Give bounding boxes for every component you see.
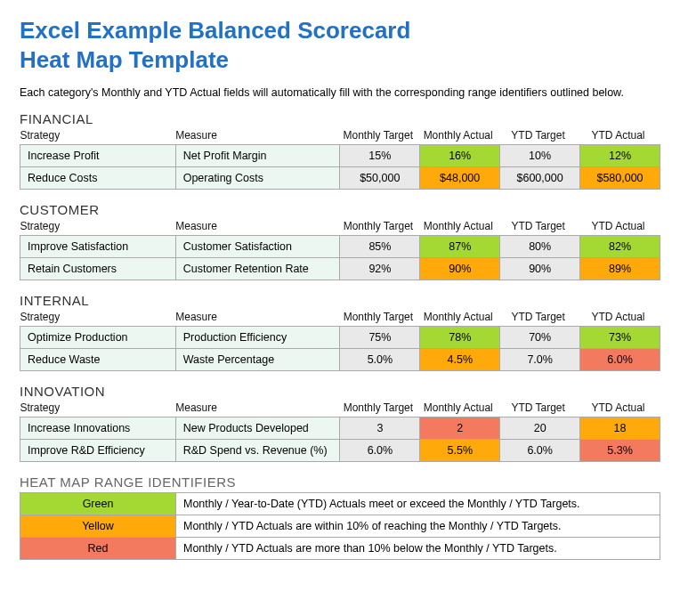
scorecard-table: Strategy Measure Monthly Target Monthly … [20, 127, 660, 190]
cell-monthly-actual: $48,000 [420, 167, 500, 190]
cell-monthly-target: 75% [340, 327, 420, 349]
col-ytd-actual: YTD Actual [580, 309, 660, 327]
legend-desc: Monthly / YTD Actuals are within 10% of … [176, 515, 660, 538]
col-strategy: Strategy [20, 218, 176, 236]
cell-monthly-target: 85% [340, 236, 420, 258]
cell-monthly-target: $50,000 [340, 167, 420, 190]
cell-monthly-target: 15% [340, 145, 420, 167]
cell-strategy: Increase Profit [20, 145, 176, 167]
cell-monthly-target: 6.0% [340, 440, 420, 462]
cell-ytd-target: 10% [500, 145, 580, 167]
cell-monthly-actual: 5.5% [420, 440, 500, 462]
col-ytd-target: YTD Target [500, 400, 580, 417]
section-title: INNOVATION [20, 384, 660, 399]
legend-desc: Monthly / YTD Actuals are more than 10% … [176, 538, 660, 560]
cell-strategy: Retain Customers [20, 258, 176, 280]
cell-measure: Production Efficiency [175, 327, 340, 349]
cell-measure: New Products Developed [175, 417, 340, 440]
cell-ytd-target: 20 [500, 417, 580, 440]
cell-ytd-actual: 82% [580, 236, 660, 258]
col-monthly-actual: Monthly Actual [420, 309, 500, 327]
title-line-1: Excel Example Balanced Scorecard [20, 17, 410, 44]
cell-measure: Waste Percentage [175, 349, 340, 371]
table-row: Increase Profit Net Profit Margin 15% 16… [20, 145, 660, 167]
cell-ytd-target: 7.0% [500, 349, 580, 371]
cell-ytd-actual: 73% [580, 327, 660, 349]
col-ytd-target: YTD Target [500, 127, 580, 145]
col-ytd-actual: YTD Actual [580, 127, 660, 145]
cell-monthly-actual: 4.5% [420, 349, 500, 371]
cell-monthly-actual: 78% [420, 327, 500, 349]
cell-monthly-target: 92% [340, 258, 420, 280]
cell-ytd-actual: 18 [580, 417, 660, 440]
cell-monthly-target: 5.0% [340, 349, 420, 371]
col-monthly-actual: Monthly Actual [420, 127, 500, 145]
title-line-2: Heat Map Template [20, 46, 229, 73]
cell-strategy: Optimize Production [20, 327, 176, 349]
section-title: CUSTOMER [20, 202, 660, 217]
table-row: Reduce Costs Operating Costs $50,000 $48… [20, 167, 660, 190]
col-ytd-actual: YTD Actual [580, 218, 660, 236]
cell-strategy: Reduce Waste [20, 349, 176, 371]
col-strategy: Strategy [20, 309, 176, 327]
legend-title: HEAT MAP RANGE IDENTIFIERS [20, 474, 660, 490]
page-subtitle: Each category's Monthly and YTD Actual f… [20, 86, 660, 99]
col-strategy: Strategy [20, 400, 176, 417]
col-measure: Measure [175, 218, 340, 236]
col-monthly-target: Monthly Target [340, 218, 420, 236]
col-monthly-target: Monthly Target [340, 309, 420, 327]
cell-ytd-actual: 89% [580, 258, 660, 280]
cell-strategy: Increase Innovations [20, 417, 176, 440]
cell-strategy: Improve Satisfaction [20, 236, 176, 258]
col-measure: Measure [175, 127, 340, 145]
cell-ytd-target: 90% [500, 258, 580, 280]
col-ytd-target: YTD Target [500, 309, 580, 327]
cell-strategy: Reduce Costs [20, 167, 176, 190]
legend-label: Yellow [20, 515, 176, 538]
scorecard-table: Strategy Measure Monthly Target Monthly … [20, 309, 660, 371]
cell-monthly-actual: 90% [420, 258, 500, 280]
page-title: Excel Example Balanced Scorecard Heat Ma… [20, 16, 660, 74]
legend-label: Green [20, 493, 176, 515]
col-measure: Measure [175, 400, 340, 417]
col-monthly-target: Monthly Target [340, 127, 420, 145]
cell-ytd-actual: $580,000 [580, 167, 660, 190]
legend-row: Green Monthly / Year-to-Date (YTD) Actua… [20, 493, 660, 515]
section-title: FINANCIAL [20, 111, 660, 126]
scorecard-table: Strategy Measure Monthly Target Monthly … [20, 218, 660, 280]
legend-desc: Monthly / Year-to-Date (YTD) Actuals mee… [176, 493, 660, 515]
section-title: INTERNAL [20, 293, 660, 308]
col-ytd-actual: YTD Actual [580, 400, 660, 417]
cell-measure: Operating Costs [175, 167, 340, 190]
cell-ytd-actual: 6.0% [580, 349, 660, 371]
cell-measure: Customer Satisfaction [175, 236, 340, 258]
col-ytd-target: YTD Target [500, 218, 580, 236]
cell-monthly-actual: 87% [420, 236, 500, 258]
col-strategy: Strategy [20, 127, 176, 145]
col-monthly-actual: Monthly Actual [420, 400, 500, 417]
table-row: Optimize Production Production Efficienc… [20, 327, 660, 349]
cell-ytd-actual: 5.3% [580, 440, 660, 462]
cell-ytd-target: 6.0% [500, 440, 580, 462]
cell-measure: R&D Spend vs. Revenue (%) [175, 440, 340, 462]
cell-ytd-target: 70% [500, 327, 580, 349]
col-measure: Measure [175, 309, 340, 327]
cell-ytd-target: 80% [500, 236, 580, 258]
table-row: Reduce Waste Waste Percentage 5.0% 4.5% … [20, 349, 660, 371]
col-monthly-target: Monthly Target [340, 400, 420, 417]
legend-row: Yellow Monthly / YTD Actuals are within … [20, 515, 660, 538]
cell-measure: Customer Retention Rate [175, 258, 340, 280]
scorecard-table: Strategy Measure Monthly Target Monthly … [20, 400, 660, 462]
legend-row: Red Monthly / YTD Actuals are more than … [20, 538, 660, 560]
table-row: Increase Innovations New Products Develo… [20, 417, 660, 440]
table-row: Improve Satisfaction Customer Satisfacti… [20, 236, 660, 258]
cell-ytd-target: $600,000 [500, 167, 580, 190]
legend-table: Green Monthly / Year-to-Date (YTD) Actua… [20, 492, 660, 560]
cell-ytd-actual: 12% [580, 145, 660, 167]
legend-label: Red [20, 538, 176, 560]
table-row: Retain Customers Customer Retention Rate… [20, 258, 660, 280]
cell-monthly-actual: 2 [420, 417, 500, 440]
cell-strategy: Improve R&D Efficiency [20, 440, 176, 462]
cell-measure: Net Profit Margin [175, 145, 340, 167]
cell-monthly-target: 3 [340, 417, 420, 440]
